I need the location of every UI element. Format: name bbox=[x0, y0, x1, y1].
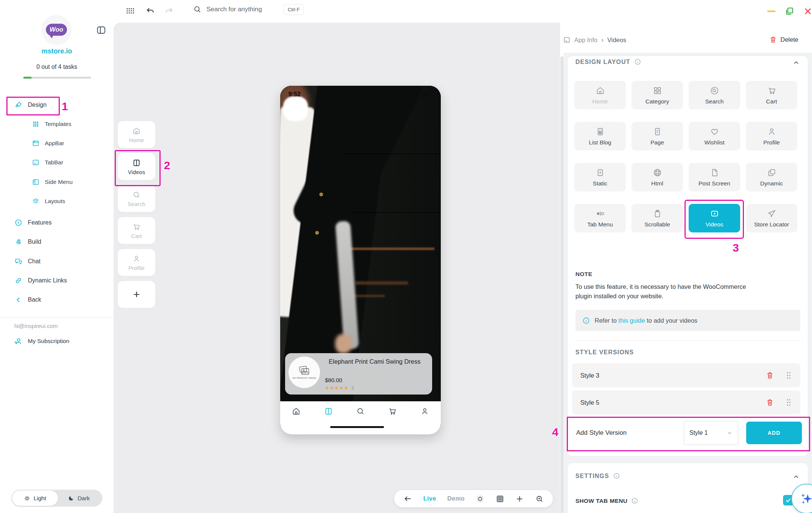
product-overlay-card[interactable]: NO PRODUCT IMAGE Elephant Print Cami Swi… bbox=[285, 353, 432, 395]
zoom-in-icon[interactable] bbox=[535, 495, 544, 503]
layout-tile-profile[interactable]: Profile bbox=[746, 122, 797, 150]
annotation-2: 2 bbox=[164, 159, 170, 172]
sidebar-item-templates[interactable]: Templates bbox=[32, 120, 71, 128]
redo-icon[interactable] bbox=[164, 6, 174, 17]
tile-label: Store Locator bbox=[754, 221, 789, 228]
tile-label: Page bbox=[650, 139, 664, 146]
screen-tab-cart[interactable]: Cart bbox=[118, 217, 155, 244]
sidebar-divider bbox=[0, 317, 114, 317]
minimize-button[interactable] bbox=[767, 11, 776, 12]
grid-view-icon[interactable] bbox=[496, 495, 504, 503]
tile-label: Scrollable bbox=[644, 221, 670, 228]
product-price: $80.00 bbox=[325, 377, 342, 383]
sidebar-item-design[interactable]: Design bbox=[14, 101, 47, 109]
annotation-4: 4 bbox=[552, 426, 559, 439]
sidebar-item-back[interactable]: Back bbox=[14, 296, 41, 304]
search-tab-icon[interactable] bbox=[356, 407, 365, 416]
design-layout-header: DESIGN LAYOUT bbox=[575, 58, 641, 65]
sidebar-collapse-icon[interactable] bbox=[96, 25, 106, 35]
theme-toggle[interactable]: Light Dark bbox=[11, 490, 102, 507]
screen-tab-profile[interactable]: Profile bbox=[118, 249, 155, 276]
note-info-box: Refer to this guide to add your videos bbox=[575, 310, 800, 331]
layout-tile-html[interactable]: Html bbox=[631, 163, 683, 191]
sidemenu-icon bbox=[32, 178, 39, 186]
site-name[interactable]: mstore.io bbox=[0, 47, 114, 55]
videos-tab-icon[interactable] bbox=[324, 407, 333, 416]
demo-mode-tab[interactable]: Demo bbox=[447, 495, 464, 502]
sidebar-item-build[interactable]: Build bbox=[14, 238, 41, 246]
note-info-text: Refer to this guide to add your videos bbox=[595, 317, 697, 324]
sidebar-item-chat[interactable]: Chat bbox=[14, 257, 41, 266]
drag-handle-icon[interactable] bbox=[785, 398, 792, 407]
sidebar-item-features[interactable]: Features bbox=[14, 219, 52, 227]
layout-tile-static[interactable]: Static bbox=[574, 163, 626, 191]
style-version-row[interactable]: Style 3 bbox=[572, 363, 800, 387]
layout-tile-tab-menu[interactable]: Tab Menu bbox=[574, 204, 626, 232]
chevron-left-icon bbox=[14, 296, 23, 304]
annotation-3: 3 bbox=[733, 241, 739, 254]
add-icon[interactable] bbox=[515, 495, 524, 503]
info-icon[interactable] bbox=[634, 58, 641, 65]
close-button[interactable] bbox=[803, 6, 812, 16]
panel-scrollbar[interactable] bbox=[560, 56, 563, 513]
layout-tile-scrollable[interactable]: Scrollable bbox=[631, 204, 683, 232]
layout-tile-wishlist[interactable]: Wishlist bbox=[689, 122, 740, 150]
heart-icon bbox=[710, 127, 719, 137]
sidebar-item-appbar[interactable]: AppBar bbox=[32, 140, 64, 147]
sidebar-item-dynamic-links[interactable]: Dynamic Links bbox=[14, 276, 67, 285]
tasks-progress-fill bbox=[23, 77, 32, 79]
topbar: Search for anything Ctrl F bbox=[114, 0, 812, 23]
phone-status-time: 9:52 bbox=[288, 91, 301, 98]
video-preview[interactable]: 9:52 NO PRODUCT IMAGE Elephant Print Cam… bbox=[280, 86, 441, 401]
link-icon bbox=[14, 276, 23, 285]
sidebar-item-sidemenu[interactable]: Side Menu bbox=[32, 178, 73, 186]
info-icon[interactable] bbox=[631, 497, 638, 504]
add-button[interactable]: ADD bbox=[746, 422, 802, 444]
collapse-settings-chevron[interactable] bbox=[792, 472, 801, 481]
delete-button[interactable]: Delete bbox=[769, 36, 798, 44]
breadcrumb-root[interactable]: App Info bbox=[574, 36, 597, 44]
layout-tile-home[interactable]: Home bbox=[574, 81, 626, 109]
theme-light-segment[interactable]: Light bbox=[12, 490, 58, 506]
style-version-dropdown[interactable]: Style 1 bbox=[684, 421, 738, 445]
layout-tile-dynamic[interactable]: Dynamic bbox=[746, 163, 797, 191]
layout-tile-cart[interactable]: Cart bbox=[746, 81, 797, 109]
my-subscription-link[interactable]: My Subscription bbox=[14, 337, 69, 346]
theme-dark-segment[interactable]: Dark bbox=[58, 490, 100, 507]
trash-icon[interactable] bbox=[766, 398, 774, 407]
brightness-icon[interactable] bbox=[476, 495, 484, 503]
home-tab-icon[interactable] bbox=[291, 407, 301, 416]
sidebar-item-tabbar[interactable]: TabBar bbox=[32, 159, 63, 166]
sidebar-item-layouts[interactable]: Layouts bbox=[32, 197, 65, 205]
sidebar-item-label: Chat bbox=[28, 258, 41, 265]
drag-handle-icon[interactable] bbox=[785, 371, 792, 379]
layout-tile-category[interactable]: Category bbox=[631, 81, 683, 109]
live-mode-tab[interactable]: Live bbox=[423, 495, 436, 502]
videos-tab-highlight-box bbox=[115, 150, 161, 186]
style-versions-title: STYLE VERSIONS bbox=[575, 349, 634, 356]
restore-button[interactable] bbox=[785, 6, 794, 16]
this-guide-link[interactable]: this guide bbox=[618, 317, 645, 324]
screen-tab-search[interactable]: Search bbox=[118, 185, 155, 212]
app-window: Woo mstore.io 0 out of 4 tasks Design 1 … bbox=[0, 0, 812, 513]
apps-grid-icon[interactable] bbox=[125, 6, 135, 16]
undo-icon[interactable] bbox=[145, 6, 155, 17]
layout-tile-list-blog[interactable]: List Blog bbox=[574, 122, 626, 150]
collapse-design-layout-chevron[interactable] bbox=[792, 58, 801, 67]
layout-tile-page[interactable]: Page bbox=[631, 122, 683, 150]
profile-tab-icon[interactable] bbox=[420, 407, 430, 416]
video-door-wood bbox=[351, 295, 385, 297]
layout-tile-search[interactable]: Search bbox=[689, 81, 740, 109]
screen-tab-home[interactable]: Home bbox=[118, 121, 155, 148]
style-version-row[interactable]: Style 5 bbox=[572, 390, 800, 414]
annotation-1: 1 bbox=[62, 100, 68, 113]
layout-tile-store-locator[interactable]: Store Locator bbox=[746, 204, 797, 232]
cart-tab-icon[interactable] bbox=[388, 407, 397, 416]
section-divider bbox=[575, 340, 800, 341]
back-arrow-icon[interactable] bbox=[403, 494, 412, 503]
trash-icon[interactable] bbox=[766, 371, 774, 379]
info-icon[interactable] bbox=[613, 472, 620, 480]
add-screen-tab-button[interactable]: + bbox=[118, 281, 155, 308]
global-search[interactable]: Search for anything bbox=[193, 5, 262, 14]
layout-tile-post-screen[interactable]: Post Screen bbox=[689, 163, 740, 191]
